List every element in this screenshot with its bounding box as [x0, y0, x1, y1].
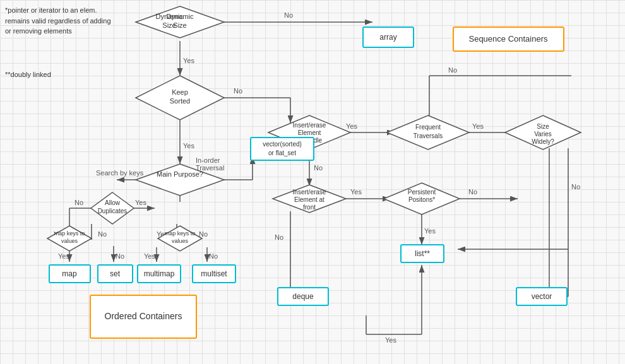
svg-text:multiset: multiset	[201, 269, 227, 278]
svg-text:No: No	[209, 252, 218, 260]
svg-text:Yes: Yes	[183, 57, 194, 64]
svg-text:Duplicates: Duplicates	[98, 208, 128, 214]
svg-text:Element: Element	[298, 129, 321, 136]
svg-text:No: No	[468, 188, 477, 196]
svg-text:Insert/erase: Insert/erase	[293, 189, 326, 196]
svg-text:Element at: Element at	[294, 196, 324, 203]
svg-text:Yes: Yes	[424, 227, 436, 235]
svg-text:multimap: multimap	[144, 269, 175, 278]
svg-text:Frequent: Frequent	[415, 124, 441, 131]
svg-text:values: values	[172, 238, 189, 244]
svg-text:Allow: Allow	[105, 199, 121, 206]
svg-text:No: No	[116, 252, 124, 260]
svg-text:map: map	[62, 269, 77, 278]
svg-text:Keep: Keep	[172, 88, 188, 96]
svg-text:Yes: Yes	[385, 336, 396, 344]
flowchart-svg: No Yes Yes No Search by keys In-order Tr…	[0, 0, 625, 364]
svg-text:Yes: Yes	[183, 142, 194, 150]
svg-text:Insert/erase: Insert/erase	[293, 122, 326, 129]
svg-text:Dynamic: Dynamic	[167, 13, 194, 20]
svg-text:No: No	[448, 66, 457, 74]
svg-text:Yes: Yes	[346, 122, 357, 130]
svg-text:vector: vector	[532, 292, 552, 301]
svg-text:No: No	[275, 233, 283, 241]
svg-text:Yes: Yes	[472, 122, 484, 130]
svg-text:Varies: Varies	[534, 131, 552, 138]
svg-text:front: front	[303, 204, 316, 211]
svg-text:array: array	[379, 33, 396, 42]
svg-text:Positons*: Positons*	[408, 196, 435, 203]
svg-text:Main Purpose?: Main Purpose?	[157, 170, 203, 178]
svg-text:values: values	[61, 238, 78, 244]
svg-text:deque: deque	[292, 292, 314, 301]
svg-text:Sequence Containers: Sequence Containers	[468, 34, 548, 44]
svg-text:Search by keys: Search by keys	[96, 169, 144, 177]
svg-text:list**: list**	[415, 249, 430, 258]
svg-text:No: No	[234, 87, 242, 95]
pointer-note: *pointer or iterator to an elem. remains…	[5, 5, 112, 37]
svg-text:No: No	[314, 164, 323, 172]
svg-text:Size: Size	[173, 21, 186, 29]
svg-text:No: No	[199, 230, 208, 238]
svg-text:Yes: Yes	[350, 188, 362, 196]
svg-text:No: No	[98, 230, 107, 238]
svg-text:Sorted: Sorted	[170, 97, 190, 105]
svg-text:Traversals: Traversals	[414, 132, 443, 139]
svg-text:No: No	[74, 199, 83, 206]
svg-text:set: set	[110, 269, 121, 278]
svg-text:map keys to: map keys to	[54, 230, 85, 237]
svg-text:Size: Size	[537, 123, 549, 130]
svg-text:or flat_set: or flat_set	[268, 150, 296, 156]
svg-text:No: No	[284, 11, 293, 19]
svg-text:vector(sorted): vector(sorted)	[263, 141, 302, 148]
svg-text:No: No	[571, 183, 580, 191]
svg-text:Ordered Containers: Ordered Containers	[105, 311, 182, 321]
svg-text:Yes: Yes	[144, 252, 155, 260]
svg-text:Yes: Yes	[58, 252, 69, 260]
svg-text:Widely?: Widely?	[532, 138, 554, 145]
doubly-note: **doubly linked	[5, 69, 51, 80]
svg-text:map keys to: map keys to	[165, 230, 196, 237]
svg-text:Persistent: Persistent	[408, 189, 436, 196]
svg-text:Yes: Yes	[135, 199, 146, 206]
svg-text:In-order: In-order	[196, 156, 220, 164]
